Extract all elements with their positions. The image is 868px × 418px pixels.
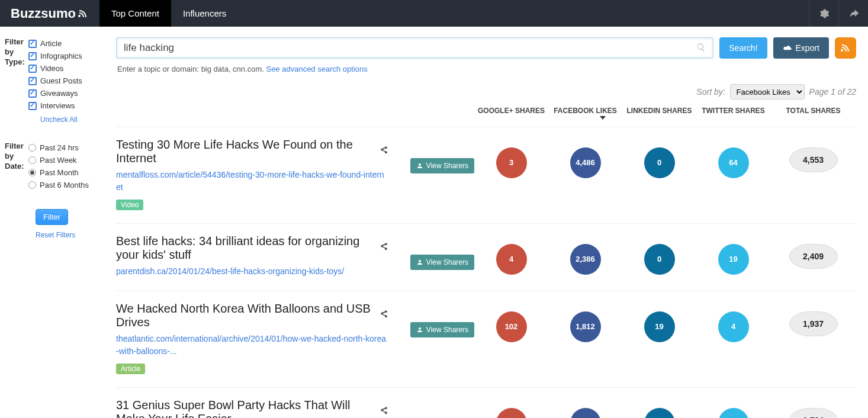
topbar: Buzzsumo Top Content Influencers — [0, 0, 868, 27]
option-label: Past Week — [40, 156, 77, 165]
total-shares: 2,409 — [789, 244, 838, 269]
filter-date-option[interactable]: Past Week — [28, 154, 102, 166]
filter-date-option[interactable]: Past 6 Months — [28, 179, 102, 191]
hint-text: Enter a topic or domain: big data, cnn.c… — [117, 65, 266, 73]
twitter-shares: 130 — [718, 408, 749, 418]
content-tag: Article — [116, 364, 145, 374]
search-icon[interactable] — [696, 43, 706, 54]
checkbox-icon — [28, 77, 37, 85]
rss-button[interactable] — [835, 37, 856, 59]
filter-date-option[interactable]: Past Month — [28, 166, 102, 179]
view-sharers-button[interactable]: View Sharers — [410, 322, 474, 337]
twitter-shares: 4 — [718, 311, 749, 342]
total-shares: 1,937 — [789, 311, 838, 336]
option-label: Giveaways — [40, 89, 78, 98]
view-sharers-button[interactable]: View Sharers — [410, 255, 474, 270]
col-google[interactable]: GOOGLE+ SHARES — [474, 107, 548, 116]
linkedin-shares: 0 — [644, 147, 675, 178]
search-box[interactable] — [116, 37, 713, 59]
result-title[interactable]: 31 Genius Super Bowl Party Hacks That Wi… — [116, 398, 388, 418]
main-content: Search! Export Enter a topic or domain: … — [109, 27, 868, 418]
sidebar: Filter by Type: ArticleInfographicsVideo… — [0, 27, 109, 418]
option-label: Past Month — [40, 168, 79, 177]
result-row: We Hacked North Korea With Balloons and … — [116, 291, 856, 387]
result-title[interactable]: Best life hacks: 34 brilliant ideas for … — [116, 234, 388, 262]
col-total[interactable]: TOTAL SHARES — [770, 107, 856, 115]
linkedin-shares: 1 — [644, 408, 675, 418]
tab-top-content[interactable]: Top Content — [99, 0, 171, 27]
checkbox-icon — [28, 65, 37, 73]
option-label: Infographics — [40, 52, 82, 60]
radio-icon — [28, 181, 36, 189]
uncheck-all-link[interactable]: Uncheck All — [28, 112, 102, 124]
result-title[interactable]: We Hacked North Korea With Balloons and … — [116, 302, 388, 329]
table-header: GOOGLE+ SHARES FACEBOOK LIKES LINKEDIN S… — [116, 103, 856, 127]
result-row: 31 Genius Super Bowl Party Hacks That Wi… — [116, 387, 856, 418]
checkbox-icon — [28, 102, 37, 110]
option-label: Past 24 hrs — [40, 143, 79, 152]
wifi-icon — [77, 8, 89, 20]
radio-icon — [28, 156, 36, 164]
tab-influencers[interactable]: Influencers — [171, 0, 238, 27]
filter-date-option[interactable]: Past 24 hrs — [28, 142, 102, 154]
filter-type-option[interactable]: Guest Posts — [28, 75, 102, 87]
filter-date-options: Past 24 hrsPast WeekPast MonthPast 6 Mon… — [28, 142, 102, 191]
checkbox-icon — [28, 52, 37, 60]
export-label: Export — [796, 43, 819, 53]
option-label: Past 6 Months — [40, 181, 89, 189]
google-shares: 3 — [496, 147, 527, 178]
advanced-search-link[interactable]: See advanced search options — [266, 65, 367, 73]
settings-icon[interactable] — [809, 0, 838, 27]
option-label: Videos — [40, 64, 64, 73]
cloud-icon — [783, 44, 792, 52]
checkbox-icon — [28, 40, 37, 48]
search-hint: Enter a topic or domain: big data, cnn.c… — [116, 61, 856, 84]
sort-label: Sort by: — [696, 87, 725, 97]
google-shares: 4 — [496, 244, 527, 275]
total-shares: 4,553 — [789, 147, 838, 172]
filter-type-option[interactable]: Infographics — [28, 50, 102, 62]
option-label: Guest Posts — [40, 76, 82, 85]
facebook-likes: 1,812 — [570, 311, 601, 342]
result-url[interactable]: parentdish.ca/2014/01/24/best-life-hacks… — [116, 265, 388, 278]
linkedin-shares: 0 — [644, 244, 675, 275]
share-icon[interactable] — [379, 308, 388, 322]
search-input[interactable] — [124, 42, 696, 54]
result-url[interactable]: theatlantic.com/international/archive/20… — [116, 333, 388, 358]
linkedin-shares: 19 — [644, 311, 675, 342]
col-linkedin[interactable]: LINKEDIN SHARES — [622, 107, 696, 116]
result-row: Best life hacks: 34 brilliant ideas for … — [116, 223, 856, 291]
share-icon[interactable] — [379, 405, 388, 418]
page-indicator: Page 1 of 22 — [809, 87, 856, 97]
export-button[interactable]: Export — [773, 37, 829, 59]
facebook-likes: 1,647 — [570, 408, 601, 418]
total-shares: 1,784 — [789, 408, 838, 418]
col-facebook[interactable]: FACEBOOK LIKES — [548, 107, 622, 116]
filter-type-option[interactable]: Giveaways — [28, 87, 102, 99]
share-icon[interactable] — [379, 144, 388, 158]
filter-button[interactable]: Filter — [36, 209, 68, 225]
col-twitter[interactable]: TWITTER SHARES — [696, 107, 770, 116]
option-label: Interviews — [40, 101, 75, 110]
view-sharers-button[interactable]: View Sharers — [410, 158, 474, 173]
facebook-likes: 4,486 — [570, 147, 601, 178]
filter-date-label: Filter by Date: — [5, 142, 28, 191]
google-shares: 102 — [496, 311, 527, 342]
filter-type-options: ArticleInfographicsVideosGuest PostsGive… — [28, 37, 102, 124]
result-title[interactable]: Testing 30 More Life Hacks We Found on t… — [116, 138, 388, 165]
logo-text: Buzzsumo — [11, 6, 76, 21]
filter-type-option[interactable]: Videos — [28, 62, 102, 75]
content-tag: Video — [116, 200, 143, 210]
search-button[interactable]: Search! — [719, 37, 767, 59]
google-shares: 6 — [496, 408, 527, 418]
share-arrow-icon[interactable] — [838, 0, 868, 27]
result-url[interactable]: mentalfloss.com/article/54436/testing-30… — [116, 169, 388, 194]
sort-select[interactable]: Facebook Likes — [730, 84, 805, 99]
reset-filters-link[interactable]: Reset Filters — [36, 225, 102, 239]
checkbox-icon — [28, 89, 37, 98]
filter-type-option[interactable]: Interviews — [28, 99, 102, 112]
share-icon[interactable] — [379, 241, 388, 255]
logo[interactable]: Buzzsumo — [0, 0, 99, 27]
twitter-shares: 64 — [718, 147, 749, 178]
filter-type-option[interactable]: Article — [28, 37, 102, 50]
